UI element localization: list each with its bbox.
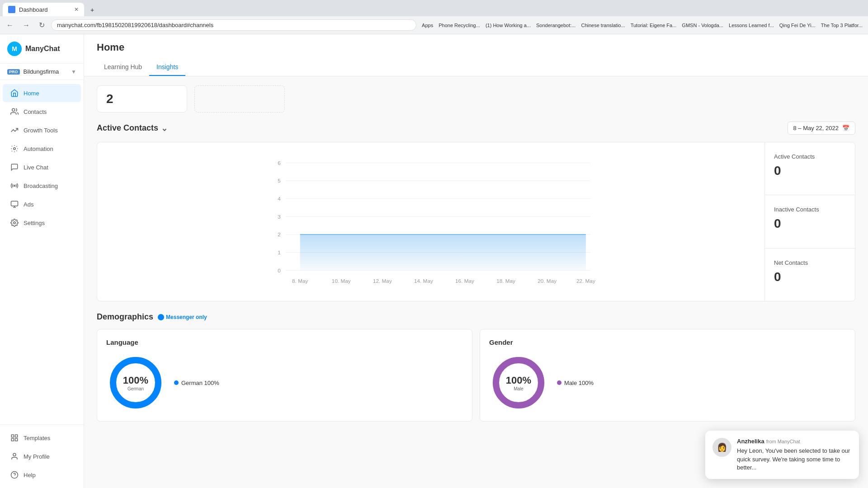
bookmark-apps[interactable]: Apps bbox=[420, 22, 435, 29]
sidebar: M ManyChat PRO Bildungsfirma ▼ Home Cont… bbox=[0, 34, 84, 488]
male-legend-dot bbox=[557, 380, 561, 385]
sidebar-bottom: Templates My Profile Help bbox=[0, 424, 84, 488]
manychat-logo-icon: M bbox=[7, 42, 22, 56]
back-button[interactable]: ← bbox=[4, 19, 16, 31]
url-bar[interactable] bbox=[51, 19, 416, 31]
svg-point-2 bbox=[14, 185, 15, 187]
date-range-picker[interactable]: 8 – May 22, 2022 📅 bbox=[788, 122, 855, 135]
tab-favicon bbox=[8, 6, 15, 13]
sidebar-item-ads[interactable]: Ads bbox=[3, 195, 81, 213]
sidebar-item-settings[interactable]: Settings bbox=[3, 214, 81, 232]
sidebar-item-live-chat-label: Live Chat bbox=[24, 164, 48, 171]
forward-button[interactable]: → bbox=[20, 19, 33, 31]
svg-point-9 bbox=[13, 453, 16, 456]
chat-widget[interactable]: 👩 Anzhelika from ManyChat Hey Leon, You'… bbox=[705, 431, 859, 479]
bookmark-9[interactable]: The Top 3 Platfor... bbox=[819, 22, 864, 29]
language-card-content: 100% German German 100% bbox=[106, 353, 463, 412]
page-tabs: Learning Hub Insights bbox=[97, 59, 855, 76]
svg-text:10. May: 10. May bbox=[332, 278, 351, 284]
messenger-only-badge: Messenger only bbox=[158, 314, 207, 320]
sidebar-item-my-profile[interactable]: My Profile bbox=[3, 447, 81, 465]
tab-learning-hub[interactable]: Learning Hub bbox=[97, 59, 149, 76]
bookmark-2[interactable]: (1) How Working a... bbox=[484, 22, 533, 29]
language-subtitle: German bbox=[123, 386, 148, 391]
demographics-title-text: Demographics bbox=[97, 312, 153, 322]
messenger-badge-label: Messenger only bbox=[166, 314, 207, 320]
german-legend-label: German 100% bbox=[181, 380, 219, 386]
sidebar-item-automation[interactable]: Automation bbox=[3, 140, 81, 158]
active-contacts-title-text: Active Contacts bbox=[97, 123, 158, 133]
active-contacts-chart-panel: 6 5 4 3 2 1 0 8. May 10. May 12. May 14.… bbox=[97, 142, 855, 301]
sidebar-item-ads-label: Ads bbox=[24, 201, 33, 208]
net-contacts-stat: Net Contacts 0 bbox=[765, 249, 855, 301]
svg-text:2: 2 bbox=[278, 231, 281, 237]
sidebar-item-live-chat[interactable]: Live Chat bbox=[3, 158, 81, 176]
sidebar-item-templates-label: Templates bbox=[24, 435, 50, 441]
sidebar-item-broadcasting-label: Broadcasting bbox=[24, 183, 58, 189]
german-legend-dot bbox=[174, 380, 179, 385]
demographics-cards: Language 100% German bbox=[97, 329, 855, 422]
svg-rect-6 bbox=[15, 435, 18, 437]
active-tab[interactable]: Dashboard ✕ bbox=[3, 3, 84, 16]
sidebar-item-home[interactable]: Home bbox=[3, 84, 81, 102]
inactive-contacts-stat: Inactive Contacts 0 bbox=[765, 195, 855, 248]
demographics-title-row: Demographics Messenger only bbox=[97, 312, 855, 322]
svg-rect-5 bbox=[11, 435, 14, 437]
sidebar-logo: M ManyChat bbox=[0, 34, 84, 64]
language-card: Language 100% German bbox=[97, 329, 472, 422]
legend-item-male: Male 100% bbox=[557, 380, 594, 386]
language-card-title: Language bbox=[106, 338, 463, 346]
sidebar-item-growth-tools[interactable]: Growth Tools bbox=[3, 121, 81, 139]
sidebar-item-contacts[interactable]: Contacts bbox=[3, 103, 81, 121]
legend-item-german: German 100% bbox=[174, 380, 219, 386]
live-chat-icon bbox=[10, 163, 19, 172]
language-donut-center: 100% German bbox=[123, 375, 148, 391]
svg-text:20. May: 20. May bbox=[538, 278, 557, 284]
svg-text:18. May: 18. May bbox=[496, 278, 515, 284]
page-header: Home Learning Hub Insights bbox=[84, 34, 868, 76]
svg-rect-3 bbox=[11, 201, 18, 206]
bookmark-8[interactable]: Qing Fei De Yi... bbox=[778, 22, 817, 29]
inactive-contacts-stat-value: 0 bbox=[774, 216, 846, 231]
refresh-button[interactable]: ↻ bbox=[36, 19, 47, 31]
bookmark-3[interactable]: Sonderangebot:... bbox=[534, 22, 577, 29]
sidebar-item-contacts-label: Contacts bbox=[24, 108, 47, 115]
sidebar-item-home-label: Home bbox=[24, 90, 39, 97]
automation-icon bbox=[10, 144, 19, 153]
active-contacts-stat: Active Contacts 0 bbox=[765, 142, 855, 195]
svg-text:6: 6 bbox=[278, 160, 281, 166]
bookmark-7[interactable]: Lessons Learned f... bbox=[727, 22, 776, 29]
gender-card-content: 100% Male Male 100% bbox=[489, 353, 846, 412]
tab-close-button[interactable]: ✕ bbox=[74, 6, 79, 13]
male-legend-label: Male 100% bbox=[564, 380, 594, 386]
active-contacts-stat-value: 0 bbox=[774, 164, 846, 178]
sidebar-item-help[interactable]: Help bbox=[3, 466, 81, 484]
contacts-icon bbox=[10, 107, 19, 116]
my-profile-icon bbox=[10, 452, 19, 461]
nav-section: Home Contacts Growth Tools Automation bbox=[0, 80, 84, 424]
ads-icon bbox=[10, 200, 19, 209]
messenger-dot-icon bbox=[158, 314, 164, 320]
chat-content: Anzhelika from ManyChat Hey Leon, You've… bbox=[737, 438, 852, 472]
calendar-icon: 📅 bbox=[842, 125, 849, 131]
language-legend: German 100% bbox=[174, 380, 219, 386]
tab-insights[interactable]: Insights bbox=[149, 59, 185, 76]
svg-point-4 bbox=[14, 222, 16, 224]
sidebar-item-broadcasting[interactable]: Broadcasting bbox=[3, 177, 81, 195]
new-tab-button[interactable]: + bbox=[86, 4, 99, 16]
svg-text:0: 0 bbox=[278, 267, 281, 273]
account-name: Bildungsfirma bbox=[24, 68, 68, 75]
app-wrapper: M ManyChat PRO Bildungsfirma ▼ Home Cont… bbox=[0, 0, 868, 488]
bookmark-5[interactable]: Tutorial: Eigene Fa... bbox=[629, 22, 679, 29]
account-selector[interactable]: PRO Bildungsfirma ▼ bbox=[0, 64, 84, 80]
net-contacts-stat-label: Net Contacts bbox=[774, 259, 846, 266]
settings-icon bbox=[10, 218, 19, 227]
bookmark-6[interactable]: GMSN - Vologda... bbox=[680, 22, 725, 29]
bookmark-1[interactable]: Phone Recycling... bbox=[437, 22, 482, 29]
active-contacts-title[interactable]: Active Contacts ⌄ bbox=[97, 123, 168, 133]
active-contacts-section-header: Active Contacts ⌄ 8 – May 22, 2022 📅 bbox=[97, 122, 855, 135]
net-contacts-stat-value: 0 bbox=[774, 270, 846, 284]
help-icon bbox=[10, 470, 19, 479]
bookmark-4[interactable]: Chinese translatio... bbox=[579, 22, 627, 29]
sidebar-item-templates[interactable]: Templates bbox=[3, 429, 81, 447]
